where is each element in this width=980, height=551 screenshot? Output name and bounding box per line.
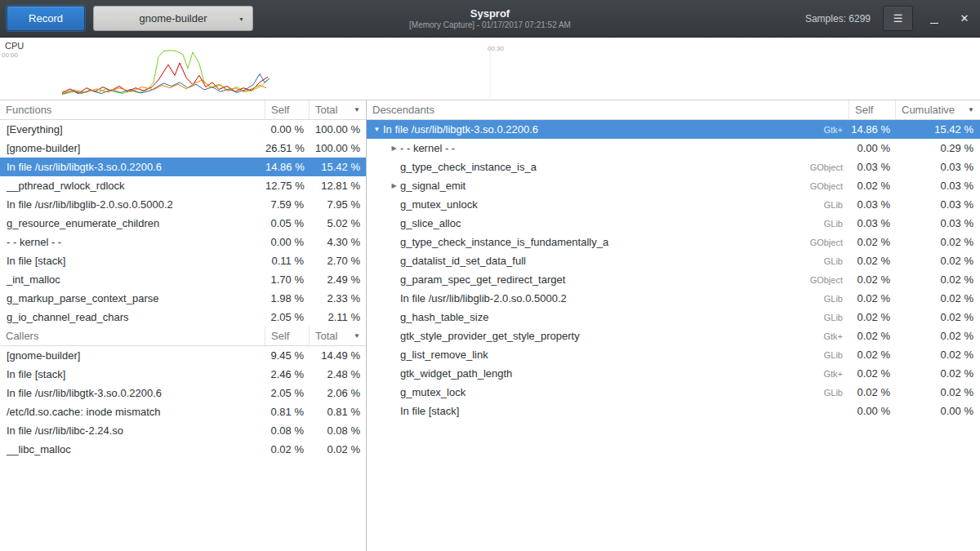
symbol-name: In file /usr/lib/libgtk-3.so.0.2200.6 — [0, 161, 265, 173]
content-area: Functions Self Total ▼ [Everything]0.00 … — [0, 100, 980, 551]
symbol-name: g_slice_alloc — [400, 217, 461, 229]
caller-row[interactable]: __libc_malloc0.02 %0.02 % — [0, 440, 366, 459]
total-percent: 100.00 % — [310, 142, 366, 154]
triangle-right-icon[interactable]: ▶ — [388, 182, 400, 189]
descendant-row[interactable]: gtk_style_provider_get_style_propertyGtk… — [367, 327, 980, 345]
header-right-cluster: Samples: 6299 ☰ ✕ — [805, 6, 973, 31]
caller-row[interactable]: In file /usr/lib/libgtk-3.so.0.2200.62.0… — [0, 384, 366, 402]
column-header-cumulative[interactable]: Cumulative ▼ — [896, 100, 980, 119]
caller-row[interactable]: In file /usr/lib/libc-2.24.so0.08 %0.08 … — [0, 421, 366, 440]
right-pane: Descendants Self Cumulative ▼ ▼In file /… — [367, 100, 980, 551]
symbol-name: In file /usr/lib/libgtk-3.so.0.2200.6 — [0, 387, 265, 399]
self-percent: 0.02 % — [849, 311, 896, 323]
library-tag: GLib — [792, 219, 849, 229]
sort-indicator-icon: ▼ — [349, 332, 360, 340]
left-pane: Functions Self Total ▼ [Everything]0.00 … — [0, 100, 367, 551]
cumulative-percent: 0.29 % — [896, 142, 980, 154]
function-row[interactable]: [gnome-builder]26.51 %100.00 % — [0, 139, 366, 158]
close-button[interactable]: ✕ — [956, 6, 973, 31]
descendant-row[interactable]: g_type_check_instance_is_fundamentally_a… — [367, 233, 980, 251]
self-percent: 9.45 % — [265, 349, 310, 362]
column-header-label: Self — [271, 330, 289, 342]
self-percent: 12.75 % — [265, 180, 310, 192]
self-percent: 0.02 % — [849, 292, 896, 304]
function-row[interactable]: g_resource_enumerate_children0.05 %5.02 … — [0, 214, 366, 233]
minimize-button[interactable] — [925, 6, 943, 31]
symbol-name: g_mutex_unlock — [400, 198, 478, 211]
descendant-row[interactable]: g_type_check_instance_is_aGObject0.03 %0… — [367, 158, 980, 176]
descendant-row[interactable]: In file [stack]0.00 %0.00 % — [367, 402, 980, 420]
symbol-name: __libc_malloc — [0, 443, 265, 455]
descendant-row[interactable]: In file /usr/lib/libglib-2.0.so.0.5000.2… — [367, 289, 980, 308]
function-row[interactable]: _int_malloc1.70 %2.49 % — [0, 270, 366, 289]
symbol-name: In file /usr/lib/libgtk-3.so.0.2200.6 — [383, 123, 538, 136]
self-percent: 0.00 % — [265, 123, 310, 136]
function-row[interactable]: g_markup_parse_context_parse1.98 %2.33 % — [0, 289, 366, 308]
symbol-name: g_param_spec_get_redirect_target — [400, 273, 565, 286]
function-row[interactable]: In file [stack]0.11 %2.70 % — [0, 251, 366, 270]
function-row[interactable]: [Everything]0.00 %100.00 % — [0, 120, 366, 139]
function-row[interactable]: g_io_channel_read_chars2.05 %2.11 % — [0, 308, 366, 327]
menu-button[interactable]: ☰ — [883, 6, 913, 31]
cumulative-percent: 0.02 % — [896, 255, 980, 267]
cumulative-percent: 0.02 % — [896, 292, 980, 304]
descendant-row[interactable]: g_param_spec_get_redirect_targetGObject0… — [367, 270, 980, 289]
cumulative-percent: 0.03 % — [896, 217, 980, 229]
function-row[interactable]: In file /usr/lib/libgtk-3.so.0.2200.614.… — [0, 158, 366, 176]
process-selector[interactable]: gnome-builder ▼ — [93, 6, 253, 31]
descendants-table-body: ▼In file /usr/lib/libgtk-3.so.0.2200.6Gt… — [367, 120, 980, 420]
descendant-row[interactable]: ▶- - kernel - -0.00 %0.29 % — [367, 139, 980, 158]
descendant-row[interactable]: gtk_widget_path_lengthGtk+0.02 %0.02 % — [367, 364, 980, 383]
symbol-name: gtk_widget_path_length — [400, 367, 512, 380]
total-percent: 7.95 % — [310, 198, 366, 211]
chevron-down-icon: ▼ — [238, 16, 244, 21]
functions-table-body: [Everything]0.00 %100.00 %[gnome-builder… — [0, 120, 366, 327]
column-header-self[interactable]: Self — [265, 100, 310, 119]
descendant-row[interactable]: g_mutex_lockGLib0.02 %0.02 % — [367, 383, 980, 402]
column-header-total[interactable]: Total ▼ — [310, 327, 366, 345]
library-tag: GLib — [792, 200, 849, 210]
column-header-self[interactable]: Self — [849, 100, 896, 119]
cpu-label: CPU — [5, 41, 24, 51]
library-tag: GLib — [792, 350, 849, 360]
self-percent: 0.02 % — [849, 255, 896, 267]
function-row[interactable]: - - kernel - -0.00 %4.30 % — [0, 233, 366, 251]
total-percent: 2.70 % — [310, 255, 366, 267]
descendant-row[interactable]: g_list_remove_linkGLib0.02 %0.02 % — [367, 345, 980, 364]
caller-row[interactable]: /etc/ld.so.cache: inode mismatch0.81 %0.… — [0, 402, 366, 421]
function-row[interactable]: In file /usr/lib/libglib-2.0.so.0.5000.2… — [0, 195, 366, 214]
symbol-name: [gnome-builder] — [0, 142, 265, 154]
column-header-descendants[interactable]: Descendants — [367, 100, 849, 119]
cpu-graph[interactable]: CPU 00:00 00:30 — [0, 38, 980, 100]
descendant-row[interactable]: g_mutex_unlockGLib0.03 %0.03 % — [367, 195, 980, 214]
descendant-row[interactable]: g_hash_table_sizeGLib0.02 %0.02 % — [367, 308, 980, 327]
descendant-row[interactable]: ▼In file /usr/lib/libgtk-3.so.0.2200.6Gt… — [367, 120, 980, 139]
window-title: Sysprof — [470, 7, 510, 20]
self-percent: 2.46 % — [265, 368, 310, 380]
function-row[interactable]: __pthread_rwlock_rdlock12.75 %12.81 % — [0, 176, 366, 195]
column-header-functions[interactable]: Functions — [0, 100, 265, 119]
symbol-name: In file [stack] — [400, 405, 459, 417]
caller-row[interactable]: [gnome-builder]9.45 %14.49 % — [0, 346, 366, 365]
record-button[interactable]: Record — [7, 6, 85, 31]
callers-header-row: Callers Self Total ▼ — [0, 327, 366, 346]
self-percent: 14.86 % — [265, 161, 310, 173]
symbol-name: g_mutex_lock — [400, 386, 466, 398]
column-header-total[interactable]: Total ▼ — [310, 100, 366, 119]
caller-row[interactable]: In file [stack]2.46 %2.48 % — [0, 365, 366, 384]
close-icon: ✕ — [960, 12, 969, 24]
column-header-self[interactable]: Self — [265, 327, 310, 345]
symbol-name: In file [stack] — [0, 368, 265, 380]
column-header-callers[interactable]: Callers — [0, 327, 265, 345]
sysprof-window: Record gnome-builder ▼ Sysprof [Memory C… — [0, 0, 980, 551]
window-subtitle: [Memory Capture] - 01/17/2017 07:21:52 A… — [409, 20, 571, 30]
column-header-label: Descendants — [372, 104, 434, 116]
header-bar: Record gnome-builder ▼ Sysprof [Memory C… — [0, 0, 980, 38]
descendant-row[interactable]: g_datalist_id_set_data_fullGLib0.02 %0.0… — [367, 251, 980, 270]
column-header-label: Total — [315, 104, 337, 116]
triangle-down-icon[interactable]: ▼ — [371, 126, 383, 133]
descendant-row[interactable]: g_slice_allocGLib0.03 %0.03 % — [367, 214, 980, 233]
symbol-name: g_markup_parse_context_parse — [0, 292, 265, 304]
triangle-right-icon[interactable]: ▶ — [388, 144, 400, 152]
descendant-row[interactable]: ▶g_signal_emitGObject0.02 %0.03 % — [367, 176, 980, 195]
